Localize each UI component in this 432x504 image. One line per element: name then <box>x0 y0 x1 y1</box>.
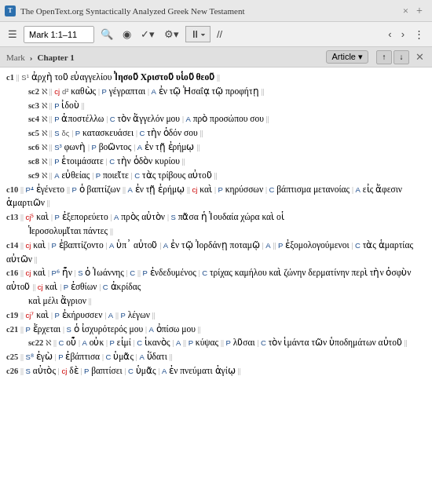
verse-id-c16: c16 <box>6 268 18 277</box>
verse-id-sc9: sc9 <box>28 171 39 180</box>
title-bar: T The OpenText.org Syntactically Analyze… <box>0 0 432 22</box>
verse-id-c14: c14 <box>6 241 18 250</box>
verse-id-c1: c1 <box>6 73 14 82</box>
nav-arrows: ↑ ↓ <box>376 50 409 64</box>
favicon-icon: T <box>5 5 16 16</box>
verse-id-sc2: sc2 <box>28 87 39 96</box>
verse-c16: c16 || cj καὶ | P⁶ ἦν | S ὁ Ἰωάννης | C … <box>6 266 426 308</box>
article-button[interactable]: Article ▾ <box>326 50 368 64</box>
verse-c26: c26 || S αὐτὸς | cj δὲ | P βαπτίσει | C … <box>6 364 426 378</box>
verse-sc22: sc22 ℵ || C οὗ | A οὐκ | P εἰμί | C ἱκαν… <box>6 336 426 350</box>
nav-up-button[interactable]: ↑ <box>376 50 392 64</box>
breadcrumb-mark: Mark <box>6 53 25 62</box>
verse-id-c26: c26 <box>6 367 18 375</box>
main-content: c1 || S¹ ἀρχὴ τοῦ εὐαγγελίου Ἰησοῦ Χριστ… <box>0 68 432 504</box>
verse-c1: c1 || S¹ ἀρχὴ τοῦ εὐαγγελίου Ἰησοῦ Χριστ… <box>6 71 426 85</box>
verse-sc6: sc6 ℵ || S³ φωνὴ | P βοῶντος | A ἐν τῇ ἐ… <box>6 141 426 155</box>
chapter-title: Chapter 1 <box>38 53 75 62</box>
forward-button[interactable]: › <box>398 27 408 42</box>
verse-id-sc5: sc5 <box>28 129 39 137</box>
verse-sc3: sc3 ℵ || P ἰδοὺ || <box>6 99 426 113</box>
verse-id-c13: c13 <box>6 213 18 221</box>
verse-id-c10: c10 <box>6 185 18 194</box>
columns-button[interactable]: // <box>214 27 225 42</box>
breadcrumb-sep: › <box>30 53 33 62</box>
verse-id-c25: c25 <box>6 352 18 361</box>
verse-c10: c10 || P⁴ ἐγένετο || P ὁ βαπτίζων || A ἐ… <box>6 183 426 211</box>
verse-c25: c25 || S⁸ ἐγὼ | P ἐβάπτισα | C ὑμᾶς | A … <box>6 350 426 364</box>
more-button[interactable]: ⋮ <box>411 27 427 42</box>
back-button[interactable]: ‹ <box>385 27 394 42</box>
new-tab-button[interactable]: + <box>412 5 427 17</box>
verse-id-sc8: sc8 <box>28 157 39 166</box>
verse-sc2: sc2 ℵ || cj d² καθὼς | P γέγραπται | A ἐ… <box>6 85 426 99</box>
nav-down-button[interactable]: ↓ <box>394 50 409 64</box>
nav-bar: Mark › Chapter 1 Article ▾ ↑ ↓ ✕ <box>0 47 432 68</box>
verse-sc9: sc9 ℵ || A εὐθείας | P ποιεῖτε | C τὰς τ… <box>6 169 426 183</box>
check-menu-button[interactable]: ✓▾ <box>137 27 158 42</box>
menu-button[interactable]: ☰ <box>5 27 20 42</box>
reference-input[interactable] <box>24 26 94 43</box>
verse-c19: c19 || cj⁷ καὶ | P ἐκήρυσσεν | A || P λέ… <box>6 309 426 323</box>
tab-title: The OpenText.org Syntactically Analyzed … <box>20 6 400 16</box>
verse-id-c21: c21 <box>6 325 18 334</box>
settings-menu-button[interactable]: ⚙▾ <box>161 27 182 42</box>
nodes-button[interactable]: ◉ <box>119 27 134 42</box>
verse-sc4: sc4 ℵ || P ἀποστέλλω | C τὸν ἄγγελόν μου… <box>6 112 426 126</box>
verse-c14: c14 || cj καὶ | P ἐβαπτίζοντο | A ὑπ᾽ αὐ… <box>6 239 426 267</box>
verse-id-sc4: sc4 <box>28 115 39 123</box>
panel-close-button[interactable]: ✕ <box>414 51 426 63</box>
verse-c21: c21 || P ἔρχεται | S ὁ ἰσχυρότερός μου |… <box>6 323 426 337</box>
verse-c13: c13 || cj⁵ καὶ | P ἐξεπορεύετο | A πρὸς … <box>6 210 426 239</box>
verse-id-c19: c19 <box>6 311 18 320</box>
verse-id-sc22: sc22 <box>28 338 43 347</box>
verse-sc5: sc5 ℵ || S δς | P κατασκευάσει | C τὴν ὁ… <box>6 126 426 141</box>
verse-id-sc3: sc3 <box>28 101 39 110</box>
pause-menu-button[interactable]: ⏸▾ <box>185 26 211 42</box>
search-button[interactable]: 🔍 <box>97 27 116 42</box>
verse-sc8: sc8 ℵ || P ἑτοιμάσατε | C τὴν ὁδὸν κυρίο… <box>6 155 426 169</box>
verse-id-sc6: sc6 <box>28 143 39 152</box>
tab-close-button[interactable]: × <box>400 5 412 17</box>
toolbar: ☰ 🔍 ◉ ✓▾ ⚙▾ ⏸▾ // ‹ › ⋮ <box>0 22 432 47</box>
